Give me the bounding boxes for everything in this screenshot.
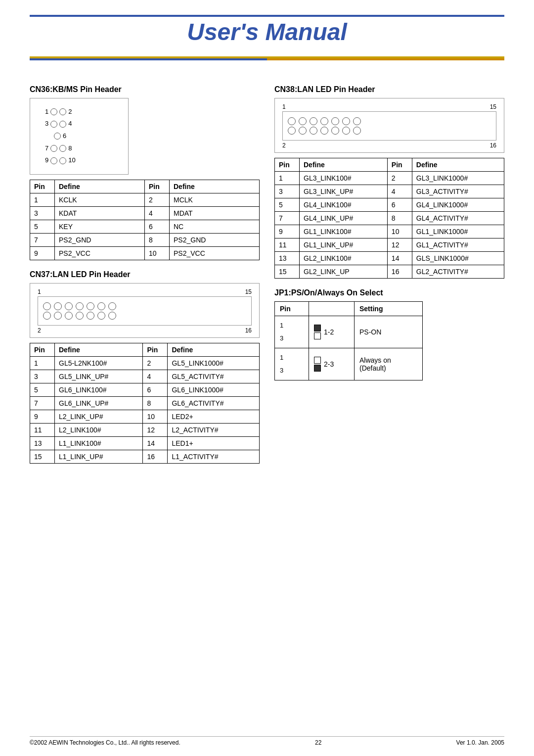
kb-row-1: 1 2	[45, 106, 113, 118]
pin6	[54, 133, 61, 140]
pin-number: 6	[387, 198, 412, 211]
table-row: 15GL2_LINK_UP16GL2_ACTIVITY#	[275, 265, 504, 278]
cn38-th-define1: Define	[300, 158, 388, 171]
pin1	[50, 108, 57, 115]
pin-define: PS2_VCC	[170, 247, 260, 260]
pin-number: 4	[145, 207, 170, 220]
pin-define: GL4_LINK_UP#	[300, 211, 388, 225]
cn38-label-1: 1	[282, 103, 286, 110]
pin-define: GL3_LINK1000#	[412, 171, 504, 185]
cn36-diagram: 1 2 3 4 6	[30, 98, 129, 175]
pin-number: 5	[30, 220, 55, 234]
pin-define: GL4_ACTIVITY#	[412, 211, 504, 225]
cn37-label-15: 15	[245, 288, 252, 295]
pin-define: MDAT	[170, 207, 260, 220]
cn38-label-15: 15	[490, 103, 496, 110]
pin-number: 10	[145, 247, 170, 260]
pin-number: 10	[143, 410, 168, 424]
cn36-table: Pin Define Pin Define 1KCLK2MCLK3KDAT4MD…	[30, 180, 260, 260]
pin-define: L2_LINK100#	[55, 424, 143, 437]
pin4	[59, 121, 66, 128]
cn36-pin-diagram: 1 2 3 4 6	[40, 103, 118, 169]
cn37-pin-row-bottom	[43, 312, 246, 320]
pin-number: 8	[387, 211, 412, 225]
pin-number: 9	[30, 410, 55, 424]
pin-define: PS2_VCC	[55, 247, 145, 260]
jumper-empty-bottom	[314, 332, 321, 339]
pin-number: 5	[30, 383, 55, 397]
cn37-label-2: 2	[38, 327, 41, 334]
table-row: 1KCLK2MCLK	[30, 193, 260, 207]
pin-define: GL1_LINK1000#	[412, 225, 504, 238]
pin-define: L1_LINK_UP#	[55, 450, 143, 464]
pin-number: 5	[275, 198, 300, 211]
right-column: CN38:LAN LED Pin Header 1 15	[274, 75, 504, 471]
cn38-diagram: 1 15	[274, 98, 504, 153]
pin-define: GL5_ACTIVITY#	[168, 370, 260, 383]
cn36-th-pin1: Pin	[30, 180, 55, 193]
cn38-th-define2: Define	[412, 158, 504, 171]
cn36-header-row: Pin Define Pin Define	[30, 180, 260, 193]
pin-number: 2	[143, 357, 168, 370]
table-row: 3GL3_LINK_UP#4GL3_ACTIVITY#	[275, 185, 504, 198]
cn38-table: Pin Define Pin Define 1GL3_LINK100#2GL3_…	[274, 158, 504, 279]
cn37-bottom-labels: 2 16	[38, 327, 252, 334]
jp1-row2-setting: Always on(Default)	[355, 348, 423, 380]
pin-number: 9	[30, 247, 55, 260]
table-row: 7GL6_LINK_UP#8GL6_ACTIVITY#	[30, 397, 260, 410]
cn37-title: CN37:LAN LED Pin Header	[30, 270, 260, 279]
footer: ©2002 AEWIN Technologies Co., Ltd.. All …	[30, 736, 504, 746]
cn37-pin-row-top	[43, 302, 246, 310]
jp1-row1-setting: PS-ON	[355, 316, 423, 348]
pin-number: 14	[387, 251, 412, 265]
table-row: 9GL1_LINK100#10GL1_LINK1000#	[275, 225, 504, 238]
jp1-th-jumper	[309, 301, 355, 316]
main-content: CN36:KB/MS Pin Header 1 2 3 4	[30, 75, 504, 471]
pin-define: NC	[170, 220, 260, 234]
cn37-th-pin1: Pin	[30, 343, 55, 357]
pin-define: PS2_GND	[170, 234, 260, 247]
cn38-label-16: 16	[490, 142, 496, 149]
pin-number: 7	[30, 234, 55, 247]
pin-define: PS2_GND	[55, 234, 145, 247]
cn38-pin-row-top	[288, 117, 491, 125]
cn37-table: Pin Define Pin Define 1GL5-L2NK100#2GL5_…	[30, 343, 260, 464]
jp1-table: Pin Setting 13	[274, 301, 423, 380]
pin-number: 2	[145, 193, 170, 207]
jumper-empty-top	[314, 357, 321, 364]
pin2	[59, 108, 66, 115]
pin-number: 10	[387, 225, 412, 238]
cn37-th-define2: Define	[168, 343, 260, 357]
pin-define: L1_ACTIVITY#	[168, 450, 260, 464]
pin10	[59, 157, 66, 164]
pin-number: 11	[275, 238, 300, 251]
pin-define: KCLK	[55, 193, 145, 207]
pin-define: GL3_LINK100#	[300, 171, 388, 185]
header: User's Manual	[30, 0, 504, 58]
pin-number: 3	[30, 207, 55, 220]
table-row: 15L1_LINK_UP#16L1_ACTIVITY#	[30, 450, 260, 464]
pin-define: GLS_LINK1000#	[412, 251, 504, 265]
pin-number: 16	[143, 450, 168, 464]
pin-number: 12	[387, 238, 412, 251]
header-underline	[30, 58, 504, 60]
pin-define: LED1+	[168, 437, 260, 450]
pin-define: GL1_LINK_UP#	[300, 238, 388, 251]
pin-define: GL6_LINK_UP#	[55, 397, 143, 410]
pin-define: GL5_LINK_UP#	[55, 370, 143, 383]
pin-define: MCLK	[170, 193, 260, 207]
cn37-diagram: 1 15	[30, 283, 260, 338]
cn38-pin-box	[282, 111, 496, 141]
pin3	[50, 121, 57, 128]
table-row: 7PS2_GND8PS2_GND	[30, 234, 260, 247]
cn38-th-pin2: Pin	[387, 158, 412, 171]
footer-version: Ver 1.0. Jan. 2005	[456, 739, 504, 746]
cn36-th-define1: Define	[55, 180, 145, 193]
pin7	[50, 145, 57, 152]
cn38-bottom-labels: 2 16	[282, 142, 496, 149]
pin9	[50, 157, 57, 164]
pin-number: 16	[387, 265, 412, 278]
table-row: 5KEY6NC	[30, 220, 260, 234]
pin-define: GL6_LINK100#	[55, 383, 143, 397]
pin-define: GL2_ACTIVITY#	[412, 265, 504, 278]
